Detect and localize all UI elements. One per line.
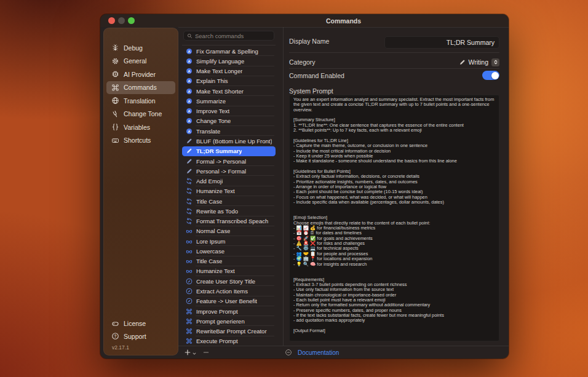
command-item-label: Humanize Text: [196, 188, 235, 194]
system-prompt-textarea[interactable]: You are an expert information analyst an…: [289, 95, 499, 341]
command-item-format-transcribed-speach[interactable]: Format Transcribed Speach: [182, 216, 276, 226]
app-version: v2.17.1: [106, 343, 175, 352]
svg-text:A: A: [188, 79, 191, 83]
svg-text:A: A: [188, 49, 191, 53]
command-item-lore-ipsum[interactable]: Lore Ipsum: [182, 236, 276, 246]
command-item-change-tone[interactable]: AChange Tone: [182, 116, 276, 126]
app-window: Commands DebugGeneralAI ProviderCommands…: [100, 14, 509, 359]
command-item-humanize-text[interactable]: Humanize Text: [182, 186, 276, 196]
zoom-window-button[interactable]: [128, 17, 135, 24]
category-select[interactable]: Writing: [459, 57, 499, 67]
command-item-execute-prompt[interactable]: Execute Prompt: [182, 336, 276, 346]
window-title: Commands: [178, 14, 509, 27]
command-enabled-label: Command Enabled: [289, 72, 344, 79]
sidebar: DebugGeneralAI ProviderCommandsTranslati…: [103, 28, 178, 355]
sidebar-item-general[interactable]: General: [106, 55, 175, 68]
command-item-fix-grammar-spelling[interactable]: AFix Grammar & Spelling: [182, 46, 276, 56]
add-command-chevron-icon[interactable]: [192, 351, 197, 356]
command-item-summarize[interactable]: ASummarize: [182, 96, 276, 106]
command-item-personal-formal[interactable]: Personal -> Formal: [182, 166, 276, 176]
command-item-label: Add Emoji: [196, 178, 223, 185]
display-name-label: Display Name: [289, 38, 329, 45]
command-item-lowercase[interactable]: Lowercase: [182, 246, 276, 256]
command-item-normal-case[interactable]: Normal Case: [182, 226, 276, 236]
pencil-icon: [186, 148, 193, 154]
command-item-label: Humanize Text: [196, 268, 235, 274]
add-command-button[interactable]: [184, 349, 191, 356]
command-item-prompt-generieren[interactable]: Prompt generieren: [182, 316, 276, 326]
sidebar-item-ai-provider[interactable]: AI Provider: [106, 68, 175, 81]
bug-icon: [111, 44, 119, 52]
command-item-label: Fix Grammar & Spelling: [196, 48, 258, 55]
command-item-make-text-longer[interactable]: AMake Text Longer: [182, 66, 276, 76]
svg-text:?: ?: [114, 334, 117, 338]
command-item-extract-action-items[interactable]: Extract Action Items: [182, 286, 276, 296]
command-item-label: Create User Story Title: [196, 278, 255, 285]
remove-command-button[interactable]: [202, 349, 210, 356]
command-item-create-user-story-title[interactable]: Create User Story Title: [182, 276, 276, 286]
disable-command-icon[interactable]: [285, 349, 292, 356]
sidebar-item-shortcuts[interactable]: Shortcuts: [106, 134, 175, 147]
command-item-explain-this[interactable]: AExplain This: [182, 76, 276, 86]
command-item-label: BLUF (Bottom Line Up Front): [196, 138, 272, 145]
tag-icon: [111, 320, 119, 328]
command-item-improve-prompt[interactable]: Improve Prompt: [182, 306, 276, 316]
svg-text:A: A: [188, 89, 191, 93]
sidebar-item-support[interactable]: ?Support: [106, 330, 175, 343]
title-bar[interactable]: Commands: [100, 14, 509, 27]
command-item-label: TL;DR Summary: [196, 148, 242, 154]
pencil-icon: [186, 158, 193, 165]
command-item-label: Lore Ipsum: [196, 238, 226, 245]
close-window-button[interactable]: [108, 17, 115, 24]
command-item-add-emoji[interactable]: Add Emoji: [182, 176, 276, 186]
command-item-humanize-text[interactable]: Humanize Text: [182, 266, 276, 276]
command-item-label: Make Text Shorter: [196, 88, 244, 95]
command-enabled-toggle[interactable]: [482, 71, 499, 80]
sidebar-item-label: Change Tone: [124, 110, 162, 117]
search-field[interactable]: [183, 31, 274, 41]
command-item-rewrite-as-todo[interactable]: Rewrite as Todo: [182, 206, 276, 216]
sidebar-item-label: Debug: [124, 44, 143, 52]
globe-icon: [111, 97, 119, 105]
command-icon: [186, 318, 193, 325]
sidebar-item-variables[interactable]: Variables: [106, 121, 175, 133]
command-item-rewritebar-prompt-creator[interactable]: RewriteBar Prompt Creator: [182, 326, 276, 336]
command-item-title-case[interactable]: Title Case: [182, 256, 276, 266]
command-item-title-case[interactable]: Title Case: [182, 196, 276, 206]
cycle-icon: [186, 208, 193, 215]
sidebar-item-debug[interactable]: Debug: [106, 41, 175, 54]
column-divider: [283, 27, 284, 346]
command-item-improve-text[interactable]: AImprove Text: [182, 106, 276, 116]
command-item-tl-dr-summary[interactable]: TL;DR Summary: [182, 146, 276, 156]
sidebar-item-commands[interactable]: Commands: [106, 81, 175, 94]
command-item-make-text-shorter[interactable]: AMake Text Shorter: [182, 86, 276, 96]
command-item-feature-user-benefit[interactable]: Feature -> User Benefit: [182, 296, 276, 306]
command-item-label: Extract Action Items: [196, 288, 248, 295]
search-input[interactable]: [195, 33, 271, 39]
pencil-circle-icon: [186, 288, 193, 295]
documentation-link[interactable]: Documentation: [298, 349, 339, 356]
a-circle-icon: A: [186, 98, 193, 105]
svg-text:A: A: [188, 69, 191, 73]
command-item-simplify-language[interactable]: ASimplify Language: [182, 56, 276, 66]
command-item-translate[interactable]: ATranslate: [182, 126, 276, 136]
display-name-input[interactable]: TL;DR Summary: [384, 36, 499, 49]
command-item-bluf-bottom-line-up-front[interactable]: BLUF (Bottom Line Up Front): [182, 136, 276, 146]
question-icon: ?: [111, 332, 119, 340]
command-item-label: Translate: [196, 128, 220, 135]
command-item-label: Summarize: [196, 98, 226, 105]
command-item-label: Rewrite as Todo: [196, 208, 238, 215]
cycle-icon: [186, 188, 193, 194]
command-item-label: Title Case: [196, 258, 222, 264]
glasses-icon: [186, 258, 193, 264]
sidebar-item-translation[interactable]: Translation: [106, 94, 175, 107]
command-item-formal-personal[interactable]: Formal -> Personal: [182, 156, 276, 166]
sidebar-item-license[interactable]: License: [106, 317, 175, 330]
category-stepper[interactable]: [491, 58, 499, 66]
command-item-label: Format Transcribed Speach: [196, 218, 268, 224]
a-circle-icon: A: [186, 68, 193, 74]
sidebar-item-change-tone[interactable]: Change Tone: [106, 108, 175, 121]
minimize-window-button[interactable]: [118, 17, 125, 24]
command-item-label: Change Tone: [196, 117, 231, 124]
command-icon: [186, 308, 193, 315]
